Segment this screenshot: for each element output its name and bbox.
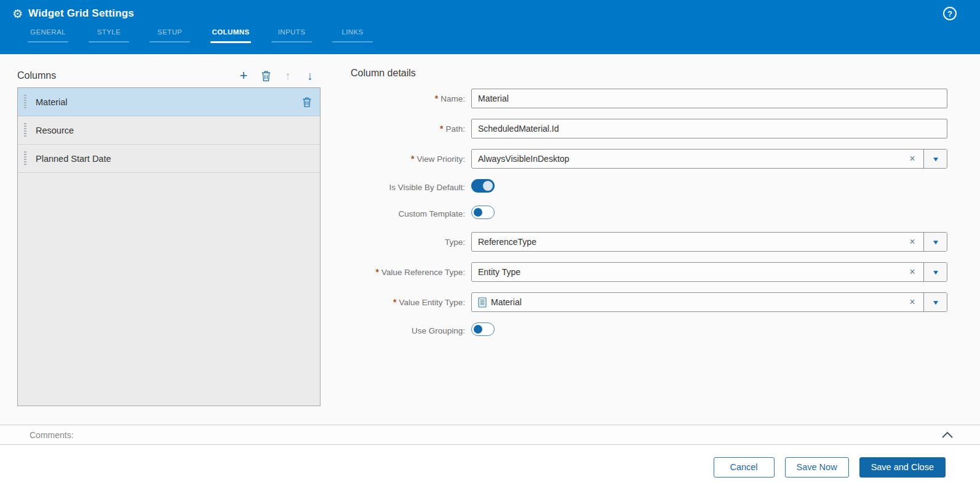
column-details-panel: Column details *Name: *Path: *View Prior… xyxy=(321,66,947,425)
path-row: *Path: xyxy=(351,119,947,138)
type-value: ReferenceType xyxy=(472,233,901,251)
clear-icon[interactable]: × xyxy=(901,233,923,251)
value-entity-type-text: Material xyxy=(491,297,522,307)
cancel-button[interactable]: Cancel xyxy=(714,457,775,478)
toggle-knob xyxy=(483,181,493,191)
type-control: ReferenceType × ▼ xyxy=(471,232,947,252)
type-row: Type: ReferenceType × ▼ xyxy=(351,232,947,252)
gear-icon: ⚙ xyxy=(12,8,23,20)
value-reference-type-control: Entity Type × ▼ xyxy=(471,262,947,282)
value-entity-type-label: *Value Entity Type: xyxy=(351,297,471,307)
required-marker: * xyxy=(411,154,414,164)
comments-collapse-button[interactable] xyxy=(941,430,954,440)
type-label: Type: xyxy=(351,238,471,247)
custom-template-control xyxy=(471,206,947,222)
value-reference-type-combobox[interactable]: Entity Type × ▼ xyxy=(471,262,947,282)
trash-icon xyxy=(301,97,313,108)
dropdown-button[interactable]: ▼ xyxy=(923,150,947,168)
tab-underline xyxy=(332,41,373,42)
is-visible-by-default-control xyxy=(471,179,947,195)
value-reference-type-row: *Value Reference Type: Entity Type × ▼ xyxy=(351,262,947,282)
tab-links-label: LINKS xyxy=(332,28,373,36)
value-entity-type-combobox[interactable]: Material × ▼ xyxy=(471,292,947,312)
toggle-knob xyxy=(474,208,482,217)
view-priority-row: *View Priority: AlwaysVisibleInDesktop ×… xyxy=(351,149,947,169)
tab-underline xyxy=(210,41,251,43)
save-and-close-button[interactable]: Save and Close xyxy=(859,457,946,478)
save-now-button[interactable]: Save Now xyxy=(785,457,849,478)
is-visible-by-default-toggle[interactable] xyxy=(471,179,495,193)
columns-toolbar: + ↑ ↓ xyxy=(237,68,321,83)
is-visible-by-default-label: Is Visible By Default: xyxy=(351,183,471,192)
chevron-down-icon: ▼ xyxy=(931,239,939,246)
columns-panel-header: Columns + ↑ ↓ xyxy=(17,66,321,85)
comments-label: Comments: xyxy=(30,430,941,440)
required-marker: * xyxy=(393,297,396,307)
delete-row-button[interactable] xyxy=(301,97,313,108)
delete-column-button[interactable] xyxy=(259,68,273,83)
tab-underline xyxy=(28,41,68,42)
type-combobox[interactable]: ReferenceType × ▼ xyxy=(471,232,947,252)
drag-handle-icon[interactable] xyxy=(24,95,26,110)
footer-bar: Cancel Save Now Save and Close xyxy=(0,445,980,488)
dropdown-button[interactable]: ▼ xyxy=(923,233,947,251)
tab-setup-label: SETUP xyxy=(149,28,190,36)
required-marker: * xyxy=(435,94,438,103)
columns-panel: Columns + ↑ ↓ Material xyxy=(17,66,321,425)
columns-panel-title: Columns xyxy=(17,70,56,81)
tab-setup[interactable]: SETUP xyxy=(149,28,190,43)
list-item-label: Material xyxy=(36,97,301,107)
chevron-down-icon: ▼ xyxy=(931,269,939,276)
tab-general[interactable]: GENERAL xyxy=(28,28,68,43)
clear-icon[interactable]: × xyxy=(901,293,923,311)
value-reference-type-value: Entity Type xyxy=(472,263,901,281)
drag-handle-icon[interactable] xyxy=(24,123,26,138)
chevron-down-icon: ▼ xyxy=(931,156,939,162)
tab-style-label: STYLE xyxy=(89,28,129,36)
clear-icon[interactable]: × xyxy=(901,150,923,168)
name-field[interactable] xyxy=(471,89,947,108)
use-grouping-toggle[interactable] xyxy=(471,322,495,336)
dropdown-button[interactable]: ▼ xyxy=(923,263,947,281)
custom-template-toggle[interactable] xyxy=(471,206,495,219)
required-marker: * xyxy=(440,124,443,134)
tab-strip: GENERAL STYLE SETUP COLUMNS INPUTS LINKS xyxy=(28,28,980,43)
list-item-resource[interactable]: Resource xyxy=(18,116,320,145)
tab-columns-label: COLUMNS xyxy=(210,28,251,36)
list-item-label: Resource xyxy=(36,126,313,135)
view-priority-label: *View Priority: xyxy=(351,154,471,164)
value-entity-type-value: Material xyxy=(472,293,901,311)
value-entity-type-row: *Value Entity Type: Material × ▼ xyxy=(351,292,947,312)
tab-underline xyxy=(89,41,129,42)
move-column-down-button[interactable]: ↓ xyxy=(303,68,317,83)
list-item-label: Planned Start Date xyxy=(36,154,313,164)
chevron-up-icon xyxy=(941,431,954,439)
path-control xyxy=(471,119,947,138)
tab-inputs[interactable]: INPUTS xyxy=(271,28,312,43)
tab-underline xyxy=(271,41,312,42)
dropdown-button[interactable]: ▼ xyxy=(923,293,947,311)
custom-template-row: Custom Template: xyxy=(351,206,947,222)
toggle-knob xyxy=(474,325,482,334)
help-icon[interactable]: ? xyxy=(943,7,957,20)
chevron-down-icon: ▼ xyxy=(931,299,939,306)
tab-style[interactable]: STYLE xyxy=(89,28,129,43)
column-details-title: Column details xyxy=(351,68,947,79)
list-item-material[interactable]: Material xyxy=(18,88,320,116)
value-entity-type-control: Material × ▼ xyxy=(471,292,947,312)
path-label: *Path: xyxy=(351,124,471,134)
drag-handle-icon[interactable] xyxy=(24,151,26,166)
trash-icon xyxy=(261,70,271,82)
tab-columns[interactable]: COLUMNS xyxy=(210,28,251,43)
tab-underline xyxy=(149,41,190,42)
clear-icon[interactable]: × xyxy=(901,263,923,281)
view-priority-combobox[interactable]: AlwaysVisibleInDesktop × ▼ xyxy=(471,149,947,169)
use-grouping-label: Use Grouping: xyxy=(351,326,471,335)
add-column-button[interactable]: + xyxy=(237,68,250,83)
list-item-planned-start-date[interactable]: Planned Start Date xyxy=(18,145,320,173)
tab-links[interactable]: LINKS xyxy=(332,28,373,43)
dialog-body: Columns + ↑ ↓ Material xyxy=(0,54,980,425)
path-field[interactable] xyxy=(471,119,947,138)
entity-type-icon xyxy=(478,297,487,308)
move-column-up-button[interactable]: ↑ xyxy=(281,68,295,83)
